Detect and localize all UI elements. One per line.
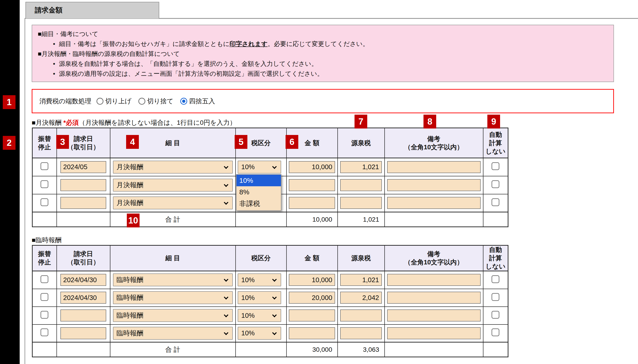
billing-date-input[interactable]	[60, 292, 106, 304]
amount-input[interactable]	[289, 327, 335, 339]
no-auto-calc-checkbox[interactable]	[492, 198, 499, 206]
chevron-down-icon	[224, 200, 229, 205]
item-select[interactable]: 月決報酬	[113, 196, 233, 210]
notice-heading-detail: ■細目・備考について	[38, 29, 607, 39]
transfer-stop-checkbox[interactable]	[41, 180, 48, 188]
transfer-stop-checkbox[interactable]	[41, 293, 48, 301]
transfer-stop-checkbox[interactable]	[41, 162, 48, 170]
transfer-stop-checkbox[interactable]	[41, 198, 48, 206]
chevron-down-icon	[272, 277, 277, 282]
required-marker: *必須	[63, 119, 79, 126]
bullet-icon: •	[53, 39, 55, 49]
col-header-transfer-stop: 振替 停止	[32, 246, 57, 271]
note-input[interactable]	[387, 310, 481, 322]
no-auto-calc-checkbox[interactable]	[492, 311, 499, 319]
dropdown-option-exempt[interactable]: 非課税	[237, 198, 281, 210]
note-input[interactable]	[387, 327, 481, 339]
bullet-icon: •	[53, 59, 55, 69]
extra-row-1: 臨時報酬 10%	[32, 271, 508, 289]
item-select[interactable]: 臨時報酬	[113, 309, 233, 322]
radio-round-up-label: 切り上げ	[105, 97, 131, 106]
extra-row-3: 臨時報酬 10%	[32, 307, 508, 324]
amount-input[interactable]	[289, 310, 335, 322]
note-input[interactable]	[387, 197, 481, 209]
tax-class-select[interactable]: 10%	[238, 274, 281, 286]
withholding-input[interactable]	[340, 197, 382, 209]
radio-unchecked-icon[interactable]	[97, 98, 103, 105]
tax-class-select[interactable]: 10%	[238, 160, 281, 174]
withholding-input[interactable]	[340, 179, 382, 191]
col-header-billing-date: 請求日 （取引日）	[57, 246, 110, 271]
item-select[interactable]: 月決報酬	[113, 179, 233, 192]
radio-unchecked-icon[interactable]	[138, 98, 145, 105]
col-header-amount: 金 額	[287, 246, 338, 271]
amount-input[interactable]	[289, 292, 335, 304]
billing-date-input[interactable]	[60, 161, 106, 173]
billing-date-input[interactable]	[60, 179, 106, 191]
billing-date-input[interactable]	[60, 310, 106, 322]
col-header-no-auto-calc: 自動 計算 しない	[483, 128, 508, 158]
item-select-value: 月決報酬	[117, 198, 143, 208]
annotation-badge-6: 6	[286, 135, 298, 149]
bullet-icon: •	[53, 69, 55, 79]
note-input[interactable]	[387, 292, 481, 304]
no-auto-calc-checkbox[interactable]	[492, 275, 499, 283]
chevron-down-icon	[224, 277, 229, 282]
monthly-header-row: 振替 停止 請求日 （取引日） 細 目 税区分 金 額 源泉税 備考 （全角10…	[32, 128, 508, 158]
transfer-stop-checkbox[interactable]	[41, 311, 48, 319]
item-select-value: 臨時報酬	[117, 311, 143, 320]
item-select[interactable]: 臨時報酬	[113, 274, 233, 286]
no-auto-calc-checkbox[interactable]	[492, 180, 499, 188]
amount-input[interactable]	[289, 197, 335, 209]
radio-round-half[interactable]: 四捨五入	[180, 97, 215, 106]
chevron-down-icon	[224, 313, 229, 317]
transfer-stop-checkbox[interactable]	[41, 275, 48, 283]
amount-input[interactable]	[289, 274, 335, 286]
note-input[interactable]	[387, 161, 481, 173]
radio-checked-icon[interactable]	[180, 98, 187, 105]
no-auto-calc-checkbox[interactable]	[492, 293, 499, 301]
no-auto-calc-checkbox[interactable]	[492, 328, 499, 336]
tax-class-select[interactable]: 10%	[238, 309, 281, 322]
annotation-badge-1: 1	[3, 95, 16, 109]
tax-class-select[interactable]: 10%	[238, 327, 281, 340]
withholding-input[interactable]	[340, 161, 382, 173]
col-header-transfer-stop: 振替 停止	[32, 128, 57, 158]
withholding-input[interactable]	[340, 310, 382, 322]
tax-class-select[interactable]: 10%	[238, 291, 281, 304]
transfer-stop-checkbox[interactable]	[41, 328, 48, 336]
annotation-badge-2: 2	[3, 136, 16, 150]
extra-section-label: ■臨時報酬	[32, 236, 62, 244]
tab-billing-amount[interactable]: 請求金額	[26, 2, 159, 18]
billing-date-input[interactable]	[60, 197, 106, 209]
note-input[interactable]	[387, 179, 481, 191]
annotation-badge-8: 8	[423, 115, 436, 128]
no-auto-calc-checkbox[interactable]	[492, 162, 499, 170]
withholding-input[interactable]	[340, 292, 382, 304]
monthly-section-prefix: ■月決報酬	[32, 119, 63, 126]
notice-bullet-settings: • 源泉税の適用等の設定は、メニュー画面「計算方法等の初期設定」画面で選択してく…	[38, 69, 607, 79]
monthly-total-row: 合 計 10,000 1,021	[32, 212, 508, 227]
note-input[interactable]	[387, 274, 481, 286]
billing-date-input[interactable]	[60, 274, 106, 286]
radio-round-down[interactable]: 切り捨て	[138, 97, 173, 106]
extra-total-withholding: 3,063	[338, 346, 384, 353]
withholding-input[interactable]	[340, 274, 382, 286]
notice-bullet-autocalc: • 源泉税を自動計算する場合は、「自動計算する」を選択のうえ、金額を入力してくだ…	[38, 59, 607, 69]
item-select[interactable]: 月決報酬	[113, 160, 233, 174]
notice-box: ■細目・備考について • 細目・備考は「振替のお知らせハガキ」に請求金額とともに…	[32, 25, 614, 82]
item-select[interactable]: 臨時報酬	[113, 327, 233, 340]
amount-input[interactable]	[289, 161, 335, 173]
dropdown-option-8[interactable]: 8%	[237, 186, 281, 198]
tax-class-select-value: 10%	[241, 163, 255, 171]
billing-date-input[interactable]	[60, 327, 106, 339]
extra-total-label: 合 計	[110, 342, 236, 357]
amount-input[interactable]	[289, 179, 335, 191]
notice-bullet1-post: 。必要に応じて変更してください。	[268, 40, 369, 48]
annotation-badge-5: 5	[235, 135, 247, 149]
tax-class-dropdown-list: 10% 8% 非課税	[236, 174, 281, 211]
radio-round-up[interactable]: 切り上げ	[97, 97, 131, 106]
dropdown-option-10[interactable]: 10%	[237, 175, 281, 186]
withholding-input[interactable]	[340, 327, 382, 339]
item-select[interactable]: 臨時報酬	[113, 291, 233, 304]
